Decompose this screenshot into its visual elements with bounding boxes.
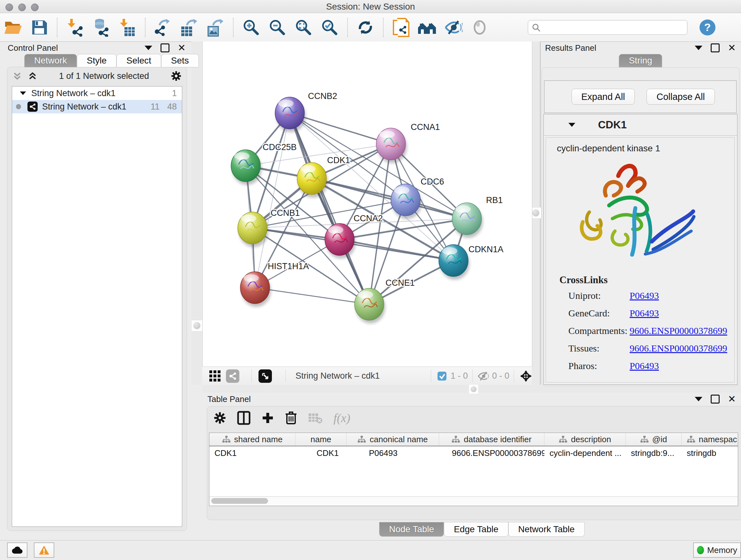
network-node-CDC6[interactable]: CDC6 xyxy=(391,177,444,219)
left-splitter[interactable] xyxy=(192,42,202,385)
float-panel-icon[interactable] xyxy=(145,46,152,50)
hidden-eye-icon[interactable] xyxy=(477,371,489,381)
column-header[interactable]: description xyxy=(544,433,626,446)
node-label-CDC25B: CDC25B xyxy=(263,142,297,152)
export-network-icon[interactable] xyxy=(152,17,174,37)
zoom-out-icon[interactable] xyxy=(267,17,288,37)
tree-expand-icon[interactable] xyxy=(20,91,26,95)
network-graph[interactable]: CCNB2CCNA1CDC25BCDK1CDC6RB1CCNB1CCNA2CDK… xyxy=(203,42,532,367)
entry-collapse-icon[interactable] xyxy=(568,123,576,127)
export-table-icon[interactable] xyxy=(179,17,200,37)
table-settings-gear-icon[interactable] xyxy=(213,412,226,424)
scrollbar-thumb[interactable] xyxy=(211,498,268,504)
zoom-in-icon[interactable] xyxy=(241,17,262,37)
node-label-CCNB1: CCNB1 xyxy=(271,208,300,218)
column-header[interactable]: name xyxy=(295,433,347,446)
crosslink-label: Compartments: xyxy=(568,325,627,336)
column-header[interactable]: shared name xyxy=(209,433,295,446)
network-node-CCNA2[interactable]: CCNA2 xyxy=(325,213,383,259)
birdseye-navigator-icon[interactable] xyxy=(520,370,532,382)
clone-network-icon[interactable] xyxy=(391,17,412,37)
cloud-button[interactable] xyxy=(7,543,27,558)
maximize-panel-icon[interactable] xyxy=(711,395,720,403)
selected-checkbox-icon[interactable] xyxy=(437,371,447,381)
warnings-button[interactable] xyxy=(34,543,54,558)
import-network-file-icon[interactable] xyxy=(64,17,85,37)
tab-string[interactable]: String xyxy=(619,54,662,67)
table-row[interactable]: CDK1 CDK1 P06493 9606.ENSP00000378699 cy… xyxy=(209,446,738,460)
node-label-CCNA2: CCNA2 xyxy=(354,213,383,223)
column-header[interactable]: @id xyxy=(626,433,682,446)
delete-column-icon[interactable] xyxy=(285,411,297,425)
crosslink-genecard[interactable]: P06493 xyxy=(630,308,659,318)
gear-icon[interactable] xyxy=(171,71,182,81)
tab-sets[interactable]: Sets xyxy=(161,54,199,67)
crosslink-uniprot[interactable]: P06493 xyxy=(630,290,659,301)
fit-content-icon[interactable] xyxy=(293,17,314,37)
hide-details-eye-icon[interactable] xyxy=(443,17,464,37)
tab-network[interactable]: Network xyxy=(24,54,77,67)
tab-edge-table[interactable]: Edge Table xyxy=(444,522,509,537)
float-panel-icon[interactable] xyxy=(695,46,702,50)
save-session-icon[interactable] xyxy=(29,17,50,37)
crosslink-pharos[interactable]: P06493 xyxy=(630,361,659,371)
delete-table-icon xyxy=(308,412,323,424)
maximize-panel-icon[interactable] xyxy=(711,44,720,52)
right-splitter[interactable] xyxy=(532,42,541,385)
column-header[interactable]: namespac xyxy=(682,433,738,446)
tab-network-table[interactable]: Network Table xyxy=(509,522,585,537)
apply-layout-icon[interactable] xyxy=(355,17,376,37)
cloud-icon xyxy=(11,546,23,554)
network-node-RB1[interactable]: RB1 xyxy=(452,195,503,238)
memory-button[interactable]: Memory xyxy=(693,543,741,558)
expand-all-icon[interactable] xyxy=(28,71,37,81)
string-home-icon[interactable] xyxy=(417,17,438,37)
network-mode-icon[interactable] xyxy=(226,369,239,383)
column-header[interactable]: database identifier xyxy=(439,433,544,446)
crosslink-tissues[interactable]: 9606.ENSP00000378699 xyxy=(630,343,727,354)
import-network-database-icon[interactable] xyxy=(91,17,112,37)
selected-node-edge-count: 1 - 0 xyxy=(451,371,468,381)
column-header[interactable]: canonical name xyxy=(347,433,439,446)
crosslink-compartments[interactable]: 9606.ENSP00000378699 xyxy=(630,325,727,336)
float-panel-icon[interactable] xyxy=(695,397,702,401)
control-panel-title: Control Panel xyxy=(8,43,58,53)
network-node-CDKN1A[interactable]: CDKN1A xyxy=(439,245,503,280)
main-toolbar: ? xyxy=(0,13,741,42)
export-image-icon[interactable] xyxy=(205,17,226,37)
tab-style[interactable]: Style xyxy=(77,54,117,67)
gene-entry-box: CDK1 cyclin-dependent kinase 1 xyxy=(543,114,738,385)
import-table-icon[interactable] xyxy=(117,17,138,37)
network-row[interactable]: String Network – cdk1 11 48 xyxy=(12,100,182,113)
maximize-panel-icon[interactable] xyxy=(160,44,170,52)
network-node-HIST1H1A[interactable]: HIST1H1A xyxy=(240,261,309,307)
network-node-CCNB2[interactable]: CCNB2 xyxy=(275,91,337,132)
toolbar-separator xyxy=(57,18,57,37)
close-panel-icon[interactable]: ✕ xyxy=(178,44,186,51)
search-input[interactable] xyxy=(528,20,687,35)
table-horizontal-scrollbar[interactable] xyxy=(209,496,738,506)
collapse-all-button[interactable]: Collapse All xyxy=(647,89,715,105)
function-builder-icon: f(x) xyxy=(333,411,350,425)
network-edge-CCNE1-HIST1H1A[interactable] xyxy=(255,288,369,304)
add-column-icon[interactable] xyxy=(261,412,274,424)
network-canvas[interactable]: CCNB2CCNA1CDC25BCDK1CDC6RB1CCNB1CCNA2CDK… xyxy=(202,42,532,367)
open-session-icon[interactable] xyxy=(3,17,23,37)
open-in-new-window-icon[interactable] xyxy=(259,369,272,383)
network-node-CDC25B[interactable]: CDC25B xyxy=(231,142,297,185)
splitter-handle[interactable] xyxy=(191,320,203,331)
window-title: Session: New Session xyxy=(0,2,741,12)
network-node-CCNE1[interactable]: CCNE1 xyxy=(354,278,415,323)
show-columns-icon[interactable] xyxy=(237,411,251,425)
network-node-CCNA1[interactable]: CCNA1 xyxy=(376,122,440,163)
expand-all-button[interactable]: Expand All xyxy=(571,89,635,105)
zoom-selected-icon[interactable] xyxy=(319,17,340,37)
close-panel-icon[interactable]: ✕ xyxy=(728,395,736,402)
tab-node-table[interactable]: Node Table xyxy=(379,522,444,537)
grid-mode-icon[interactable] xyxy=(209,370,221,382)
close-panel-icon[interactable]: ✕ xyxy=(728,44,736,51)
network-collection-row[interactable]: String Network – cdk1 1 xyxy=(12,86,182,100)
collapse-all-icon[interactable] xyxy=(12,71,22,81)
tab-select[interactable]: Select xyxy=(117,54,161,67)
help-icon[interactable]: ? xyxy=(697,17,718,37)
